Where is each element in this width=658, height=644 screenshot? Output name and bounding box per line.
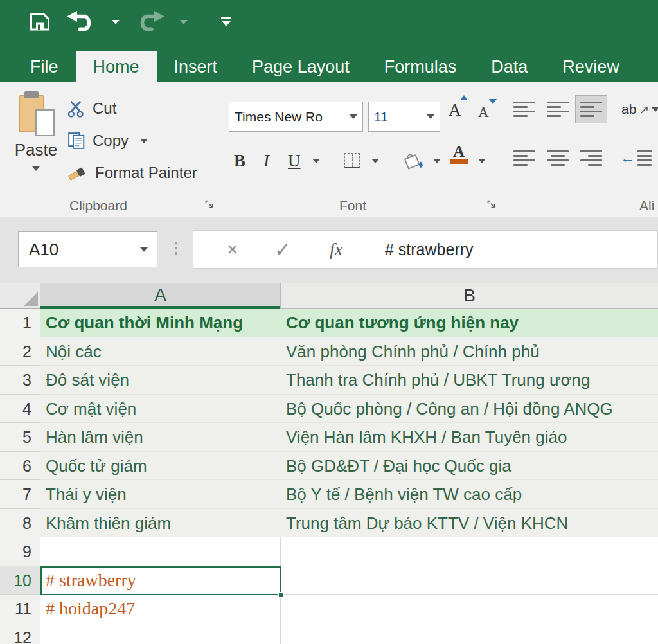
format-painter-button[interactable]: Format Painter — [67, 157, 197, 189]
tab-formulas[interactable]: Formulas — [367, 51, 474, 82]
cell-A6[interactable]: Quốc tử giám — [40, 452, 281, 481]
cell-A8[interactable]: Khâm thiên giám — [40, 509, 281, 538]
cell-A4[interactable]: Cơ mật viện — [40, 395, 281, 424]
row-header-11[interactable]: 11 — [0, 595, 40, 623]
cell-B2[interactable]: Văn phòng Chính phủ / Chính phủ — [281, 337, 658, 366]
cell-B12[interactable] — [281, 623, 658, 644]
cell-A12[interactable] — [40, 623, 281, 644]
tab-data[interactable]: Data — [474, 51, 545, 82]
enter-button[interactable]: ✓ — [274, 231, 290, 268]
tab-insert[interactable]: Insert — [157, 51, 235, 82]
middle-align-button[interactable] — [547, 102, 569, 117]
italic-button[interactable]: I — [263, 144, 269, 177]
fill-color-button[interactable] — [402, 144, 425, 177]
align-left-button[interactable] — [513, 150, 535, 166]
cell-A1[interactable]: Cơ quan thời Minh Mạng — [40, 309, 281, 337]
tab-file[interactable]: File — [13, 51, 76, 82]
top-align-button[interactable] — [513, 102, 535, 117]
clipboard-dialog-launcher[interactable] — [204, 199, 214, 211]
decrease-indent-button[interactable]: ← — [620, 149, 652, 166]
font-size-combobox[interactable]: 11 — [368, 102, 440, 132]
copy-label: Copy — [93, 132, 129, 150]
fill-color-dropdown[interactable] — [433, 159, 441, 163]
select-all-corner[interactable] — [0, 283, 40, 309]
column-header-b[interactable]: B — [281, 283, 658, 309]
column-header-row: A B — [0, 283, 658, 309]
row-header-4[interactable]: 4 — [0, 395, 40, 424]
copy-dropdown[interactable] — [140, 139, 148, 143]
cell-B7[interactable]: Bộ Y tế / Bệnh viện TW cao cấp — [281, 480, 658, 509]
tab-page-layout[interactable]: Page Layout — [235, 51, 367, 82]
paste-button[interactable]: Paste — [8, 91, 64, 171]
row-header-1[interactable]: 1 — [0, 309, 40, 337]
formula-input[interactable]: # strawberry — [385, 231, 474, 268]
save-button[interactable] — [28, 10, 51, 33]
cell-B5[interactable]: Viện Hàn lâm KHXH / Ban Tuyên giáo — [281, 423, 658, 452]
formula-bar-grip[interactable] — [175, 239, 177, 257]
cell-A7[interactable]: Thái y viện — [40, 480, 281, 509]
font-dialog-launcher[interactable] — [486, 199, 496, 211]
copy-button[interactable]: Copy — [67, 125, 197, 157]
row-header-5[interactable]: 5 — [0, 423, 40, 452]
cut-button[interactable]: Cut — [67, 93, 197, 125]
orientation-button[interactable]: ab↗ — [621, 102, 658, 117]
grow-arrow-icon — [460, 95, 468, 100]
bottom-align-button[interactable] — [575, 95, 607, 123]
tab-home[interactable]: Home — [76, 51, 157, 82]
copy-icon — [67, 131, 86, 150]
font-size-dropdown[interactable] — [427, 114, 434, 119]
cell-A5[interactable]: Hàn lâm viện — [40, 423, 281, 452]
shrink-arrow-icon — [489, 99, 497, 104]
cell-B6[interactable]: Bộ GD&ĐT / Đại học Quốc gia — [281, 452, 658, 481]
underline-button[interactable]: U — [288, 144, 301, 177]
align-center-button[interactable] — [547, 150, 569, 166]
decrease-font-size-button[interactable]: A — [478, 104, 489, 121]
borders-dropdown[interactable] — [371, 159, 379, 163]
align-right-button[interactable] — [580, 150, 602, 166]
name-box-dropdown[interactable] — [140, 247, 148, 252]
undo-button[interactable] — [67, 11, 96, 33]
row-header-2[interactable]: 2 — [0, 337, 40, 366]
undo-dropdown[interactable] — [112, 20, 120, 24]
font-name-dropdown[interactable] — [350, 114, 357, 119]
cancel-button[interactable]: × — [227, 231, 238, 268]
cell-B3[interactable]: Thanh tra Chính phủ / UBKT Trung ương — [281, 366, 658, 395]
row-header-10[interactable]: 10 — [0, 566, 40, 595]
underline-dropdown[interactable] — [312, 159, 320, 163]
borders-button[interactable] — [344, 144, 360, 177]
row-header-6[interactable]: 6 — [0, 452, 40, 481]
row-header-12[interactable]: 12 — [0, 623, 40, 644]
orientation-dropdown[interactable] — [652, 107, 658, 112]
redo-button[interactable] — [135, 11, 164, 33]
cell-A2[interactable]: Nội các — [40, 337, 281, 366]
cell-B11[interactable] — [281, 595, 658, 623]
increase-font-size-button[interactable]: A — [449, 100, 461, 120]
paste-dropdown[interactable] — [32, 166, 40, 171]
font-color-button[interactable]: A — [450, 144, 468, 177]
cell-A11[interactable]: # hoidap247 — [40, 595, 281, 623]
name-box[interactable]: A10 — [18, 231, 157, 267]
cell-B9[interactable] — [281, 537, 658, 566]
font-separator — [333, 147, 333, 175]
table-row: 8 Khâm thiên giám Trung tâm Dự báo KTTV … — [0, 509, 658, 538]
row-header-7[interactable]: 7 — [0, 480, 40, 509]
font-color-dropdown[interactable] — [478, 159, 486, 163]
cell-B8[interactable]: Trung tâm Dự báo KTTV / Viện KHCN — [281, 509, 658, 538]
insert-function-button[interactable]: fx — [330, 231, 342, 268]
tab-review[interactable]: Review — [545, 51, 637, 82]
cell-B10[interactable] — [281, 566, 658, 595]
cell-A10-selected[interactable]: # strawberry — [40, 566, 281, 595]
row-header-3[interactable]: 3 — [0, 366, 40, 395]
customize-qat-button[interactable] — [221, 17, 231, 26]
font-name-value: Times New Ro — [235, 109, 323, 125]
bold-button[interactable]: B — [234, 144, 245, 177]
row-header-9[interactable]: 9 — [0, 537, 40, 566]
cell-A3[interactable]: Đô sát viện — [40, 366, 281, 395]
cell-B1[interactable]: Cơ quan tương ứng hiện nay — [281, 309, 658, 337]
cell-A9[interactable] — [40, 537, 281, 566]
column-header-a[interactable]: A — [40, 283, 281, 309]
cell-B4[interactable]: Bộ Quốc phòng / Công an / Hội đồng ANQG — [281, 395, 658, 424]
redo-dropdown[interactable] — [180, 20, 188, 24]
font-name-combobox[interactable]: Times New Ro — [229, 102, 363, 132]
row-header-8[interactable]: 8 — [0, 509, 40, 538]
